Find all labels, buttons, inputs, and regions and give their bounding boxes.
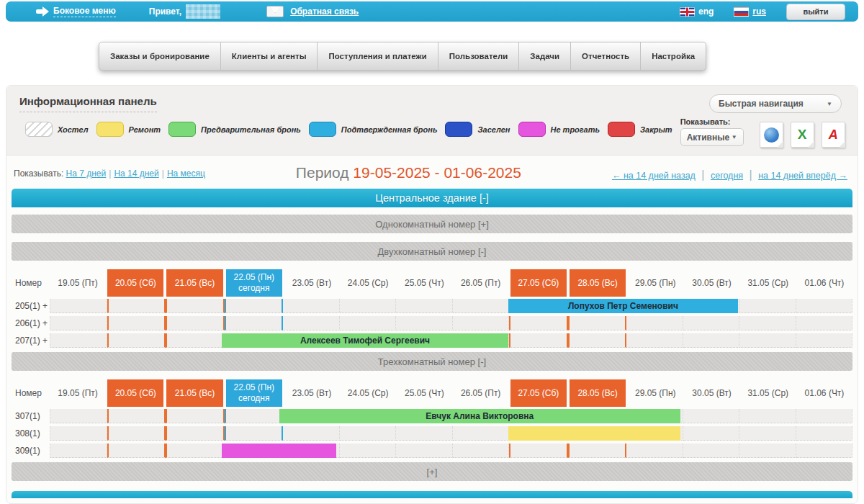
day-header[interactable]: 21.05 (Вс) [165, 269, 224, 297]
day-cell[interactable] [50, 333, 107, 348]
lang-rus-link[interactable]: rus [752, 6, 766, 17]
day-cell[interactable] [107, 426, 166, 441]
day-header[interactable]: 31.05 (Ср) [740, 379, 796, 407]
ru-flag-icon[interactable] [734, 7, 749, 17]
tab-поступления-и-платежи[interactable]: Поступления и платежи [318, 42, 438, 71]
day-cell[interactable] [107, 316, 166, 330]
day-header-today[interactable]: 22.05 (Пн)сегодня [225, 269, 284, 297]
day-cell[interactable] [739, 444, 796, 458]
day-cell[interactable] [166, 426, 225, 441]
day-cell[interactable] [796, 409, 853, 423]
day-cell[interactable] [683, 333, 740, 348]
day-cell[interactable] [396, 299, 453, 313]
day-header[interactable]: 30.05 (Вт) [683, 269, 739, 297]
day-cell[interactable] [453, 426, 510, 441]
room-label[interactable]: 309(1) [12, 444, 50, 458]
day-cell[interactable] [396, 444, 453, 458]
day-cell[interactable] [396, 426, 453, 441]
day-header[interactable]: 28.05 (Вс) [568, 269, 627, 297]
day-header[interactable]: 23.05 (Вт) [284, 269, 340, 297]
room-label[interactable]: 206(1) + [12, 316, 50, 330]
day-cell[interactable] [683, 316, 740, 330]
day-cell[interactable] [50, 299, 107, 313]
side-menu-link[interactable]: Боковое меню [53, 6, 116, 17]
day-cell[interactable] [683, 444, 740, 458]
day-header[interactable]: 30.05 (Вт) [683, 379, 739, 407]
day-cell[interactable] [739, 409, 796, 423]
quick-nav-select[interactable]: Быстрая навигация ▼ [709, 94, 842, 113]
building-header[interactable]: Центральное здание [-] [12, 189, 852, 207]
day-cell[interactable] [166, 333, 225, 348]
day-cell[interactable] [739, 333, 796, 348]
day-cell[interactable] [509, 316, 568, 330]
day-header[interactable]: 20.05 (Сб) [106, 379, 165, 407]
feedback-link[interactable]: Обратная связь [290, 6, 359, 17]
day-cell[interactable] [225, 426, 284, 441]
room-type-bar[interactable]: Двухкомнатный номер [-] [12, 242, 852, 261]
day-cell[interactable] [626, 333, 683, 348]
day-cell[interactable] [739, 316, 796, 330]
booking-preliminary[interactable]: Евчук Алина Викторовна [279, 409, 681, 423]
day-header[interactable]: 29.05 (Пн) [627, 269, 683, 297]
room-label[interactable]: 207(1) + [12, 333, 50, 348]
day-header[interactable]: 27.05 (Сб) [509, 269, 568, 297]
day-cell[interactable] [396, 316, 453, 330]
day-cell[interactable] [283, 426, 340, 441]
day-header[interactable]: 26.05 (Пт) [453, 379, 509, 407]
day-header[interactable]: 01.06 (Чт) [796, 379, 852, 407]
tab-задачи[interactable]: Задачи [519, 42, 571, 71]
day-cell[interactable] [739, 299, 796, 313]
day-header[interactable]: 19.05 (Пт) [50, 379, 106, 407]
tab-пользователи[interactable]: Пользователи [438, 42, 520, 71]
day-cell[interactable] [225, 299, 284, 313]
day-cell[interactable] [683, 409, 740, 423]
tab-клиенты-и-агенты[interactable]: Клиенты и агенты [221, 42, 318, 71]
day-header[interactable]: 19.05 (Пт) [50, 269, 106, 297]
day-cell[interactable] [166, 316, 225, 330]
day-header[interactable]: 25.05 (Чт) [396, 379, 452, 407]
day-cell[interactable] [340, 316, 397, 330]
day-cell[interactable] [340, 444, 397, 458]
day-cell[interactable] [107, 333, 166, 348]
day-header[interactable]: 24.05 (Ср) [340, 379, 396, 407]
day-cell[interactable] [50, 444, 107, 458]
day-cell[interactable] [340, 299, 397, 313]
day-cell[interactable] [796, 316, 853, 330]
day-header[interactable]: 23.05 (Вт) [284, 379, 340, 407]
day-cell[interactable] [453, 316, 510, 330]
room-label[interactable]: 307(1) [12, 409, 50, 423]
tab-настройка[interactable]: Настройка [641, 42, 706, 71]
range-link-3[interactable]: На месяц [167, 168, 205, 179]
status-filter-select[interactable]: Активные ▼ [680, 128, 744, 146]
day-cell[interactable] [50, 426, 107, 441]
day-header[interactable]: 31.05 (Ср) [740, 269, 796, 297]
day-cell[interactable] [166, 444, 225, 458]
room-label[interactable]: 308(1) [12, 426, 50, 441]
expand-section-bar[interactable]: [+] [12, 462, 852, 481]
nav-forward-link[interactable]: на 14 дней вперёд → [758, 171, 847, 181]
day-cell[interactable] [166, 409, 225, 423]
day-cell[interactable] [683, 426, 740, 441]
day-cell[interactable] [107, 444, 166, 458]
day-cell[interactable] [50, 409, 107, 423]
tab-заказы-и-бронирование[interactable]: Заказы и бронирование [99, 42, 221, 71]
day-header[interactable]: 01.06 (Чт) [796, 269, 852, 297]
booking-do_not_touch[interactable] [222, 444, 336, 458]
room-type-bar[interactable]: Трехкомнатный номер [-] [12, 352, 852, 371]
day-cell[interactable] [50, 316, 107, 330]
day-header[interactable]: 24.05 (Ср) [340, 269, 396, 297]
day-cell[interactable] [107, 409, 166, 423]
export-web-button[interactable] [760, 122, 783, 148]
day-cell[interactable] [568, 316, 627, 330]
day-cell[interactable] [796, 444, 853, 458]
day-cell[interactable] [626, 316, 683, 330]
logout-button[interactable]: выйти [786, 4, 845, 20]
room-label[interactable]: 205(1) + [12, 299, 50, 313]
day-cell[interactable] [225, 409, 284, 423]
day-cell[interactable] [107, 299, 166, 313]
room-type-bar[interactable]: Однокомнатный номер [+] [12, 215, 852, 233]
day-cell[interactable] [796, 426, 853, 441]
booking-preliminary[interactable]: Алексеев Тимофей Сергеевич [222, 333, 508, 348]
day-header[interactable]: 29.05 (Пн) [627, 379, 683, 407]
day-cell[interactable] [283, 299, 340, 313]
